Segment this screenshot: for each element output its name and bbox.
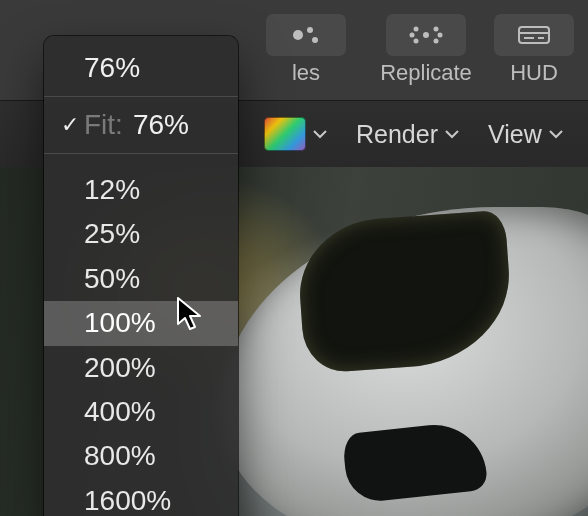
zoom-option[interactable]: 12% (44, 168, 238, 212)
view-menu[interactable]: View (474, 101, 578, 167)
zoom-option[interactable]: 25% (44, 212, 238, 256)
menu-separator (44, 153, 238, 154)
zoom-option[interactable]: 1600% (44, 479, 238, 516)
zoom-current-value: 76% (44, 46, 238, 94)
svg-point-9 (438, 33, 443, 38)
chevron-down-icon (312, 129, 328, 139)
particles-tool[interactable]: les (246, 14, 366, 86)
replicate-icon (386, 14, 466, 56)
render-label: Render (356, 120, 438, 149)
zoom-menu[interactable]: 76% ✓ Fit: 76% 12%25%50%100%200%400%800%… (44, 36, 238, 516)
svg-point-1 (307, 27, 313, 33)
hud-label: HUD (510, 60, 558, 86)
zoom-options-list: 12%25%50%100%200%400%800%1600% (44, 156, 238, 516)
svg-point-4 (414, 27, 419, 32)
svg-rect-10 (519, 27, 549, 43)
zoom-fit-value: 76% (133, 109, 189, 141)
chevron-down-icon (444, 129, 460, 139)
svg-point-2 (312, 37, 318, 43)
zoom-fit-label: Fit: (84, 109, 123, 141)
zoom-fit-item[interactable]: ✓ Fit: 76% (44, 99, 238, 151)
svg-point-7 (434, 39, 439, 44)
particles-icon (266, 14, 346, 56)
checkmark-icon: ✓ (58, 112, 82, 138)
color-swatch-icon (264, 117, 306, 151)
render-menu[interactable]: Render (342, 101, 474, 167)
zoom-option[interactable]: 100% (44, 301, 238, 345)
svg-point-3 (423, 32, 429, 38)
svg-point-5 (434, 27, 439, 32)
particles-label: les (292, 60, 320, 86)
replicate-tool[interactable]: Replicate (366, 14, 486, 86)
hud-icon (494, 14, 574, 56)
svg-point-0 (293, 30, 303, 40)
zoom-option[interactable]: 50% (44, 257, 238, 301)
svg-point-6 (414, 39, 419, 44)
zoom-option[interactable]: 800% (44, 434, 238, 478)
menu-separator (44, 96, 238, 97)
replicate-label: Replicate (380, 60, 472, 86)
svg-point-8 (410, 33, 415, 38)
chevron-down-icon (548, 129, 564, 139)
zoom-option[interactable]: 400% (44, 390, 238, 434)
view-label: View (488, 120, 542, 149)
color-picker[interactable] (250, 101, 342, 167)
zoom-option[interactable]: 200% (44, 346, 238, 390)
hud-tool[interactable]: HUD (486, 14, 582, 86)
